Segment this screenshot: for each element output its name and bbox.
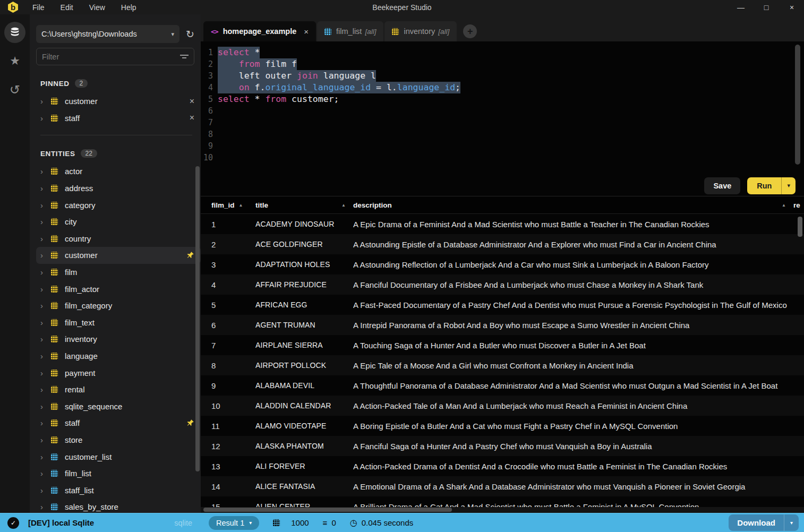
table-row[interactable]: 6AGENT TRUMANA Intrepid Panorama of a Ro… [201, 315, 804, 335]
table-row[interactable]: 13ALI FOREVERA Action-Packed Drama of a … [201, 456, 804, 476]
table-row[interactable]: 8AIRPORT POLLOCKA Epic Tale of a Moose A… [201, 355, 804, 375]
sql-editor[interactable]: 1select *2 from film f3 left outer join … [201, 41, 804, 175]
table-row[interactable]: 15ALIEN CENTERA Brilliant Drama of a Cat… [201, 496, 804, 507]
entity-item-actor[interactable]: ›actor [36, 163, 201, 180]
tab-inventory[interactable]: inventory[all] [384, 21, 457, 41]
tab-film_list[interactable]: film_list[all] [317, 21, 383, 41]
app-logo-icon: b [7, 2, 19, 13]
table-row[interactable]: 9ALABAMA DEVILA Thoughtful Panorama of a… [201, 375, 804, 396]
history-button[interactable]: ↺ [4, 79, 25, 100]
chevron-right-icon[interactable]: › [40, 251, 51, 260]
close-button[interactable]: × [787, 3, 797, 12]
minimize-button[interactable]: — [736, 3, 746, 12]
table-vertical-scrollbar[interactable] [798, 217, 802, 237]
chevron-right-icon[interactable]: › [40, 97, 51, 106]
table-row[interactable]: 5AFRICAN EGGA Fast-Paced Documentary of … [201, 295, 804, 315]
table-row[interactable]: 3ADAPTATION HOLESA Astounding Reflection… [201, 254, 804, 274]
chevron-right-icon[interactable]: › [40, 402, 51, 411]
chevron-right-icon[interactable]: › [40, 167, 51, 176]
entity-item-staff[interactable]: ›staff [36, 415, 201, 432]
table-row[interactable]: 1ACADEMY DINOSAURA Epic Drama of a Femin… [201, 214, 804, 234]
menu-item-file[interactable]: File [32, 3, 45, 12]
chevron-right-icon[interactable]: › [40, 114, 51, 123]
entity-item-sqlite_sequence[interactable]: ›sqlite_sequence [36, 398, 201, 415]
table-horizontal-scrollbar[interactable] [203, 508, 452, 512]
chevron-right-icon[interactable]: › [40, 502, 51, 511]
table-row[interactable]: 14ALICE FANTASIAA Emotional Drama of a A… [201, 476, 804, 496]
chevron-right-icon[interactable]: › [40, 318, 51, 327]
pinned-item-customer[interactable]: ›customer× [36, 93, 201, 110]
save-button[interactable]: Save [704, 177, 740, 194]
chevron-right-icon[interactable]: › [40, 486, 51, 495]
editor-scrollbar[interactable] [795, 45, 800, 165]
table-icon [51, 419, 58, 426]
chevron-right-icon[interactable]: › [40, 285, 51, 294]
sidebar-scrollbar[interactable] [195, 166, 200, 471]
entity-item-customer[interactable]: ›customer [36, 247, 201, 264]
entity-item-store[interactable]: ›store [36, 432, 201, 449]
refresh-icon[interactable]: ↻ [186, 28, 194, 40]
download-button[interactable]: Download [729, 514, 784, 531]
download-button-group: Download ▾ [729, 514, 799, 531]
editor-action-bar: Save Run ▾ [201, 175, 804, 196]
chevron-right-icon[interactable]: › [40, 385, 51, 394]
column-header-description[interactable]: description ▲ [353, 201, 793, 209]
database-selector[interactable]: C:\Users\ghstng\Downloads ▾ [36, 25, 179, 43]
entity-item-film_category[interactable]: ›film_category [36, 297, 201, 314]
run-button[interactable]: Run [747, 177, 781, 194]
chevron-right-icon[interactable]: › [40, 201, 51, 210]
entity-item-staff_list[interactable]: ›staff_list [36, 482, 201, 499]
entity-item-city[interactable]: ›city [36, 213, 201, 230]
run-options-caret[interactable]: ▾ [782, 177, 796, 194]
chevron-right-icon[interactable]: › [40, 469, 51, 478]
entity-item-sales_by_store[interactable]: ›sales_by_store [36, 499, 201, 513]
chevron-right-icon[interactable]: › [40, 351, 51, 361]
new-tab-button[interactable]: + [463, 24, 477, 38]
entity-item-film_actor[interactable]: ›film_actor [36, 280, 201, 297]
entity-item-country[interactable]: ›country [36, 230, 201, 247]
favorites-button[interactable]: ★ [4, 50, 25, 72]
chevron-right-icon[interactable]: › [40, 334, 51, 344]
close-tab-icon[interactable]: × [304, 27, 309, 36]
table-row[interactable]: 11ALAMO VIDEOTAPEA Boring Epistle of a B… [201, 416, 804, 436]
chevron-right-icon[interactable]: › [40, 217, 51, 226]
entity-item-film_list[interactable]: ›film_list [36, 465, 201, 482]
chevron-right-icon[interactable]: › [40, 418, 51, 427]
chevron-right-icon[interactable]: › [40, 368, 51, 377]
chevron-right-icon[interactable]: › [40, 452, 51, 461]
table-row[interactable]: 7AIRPLANE SIERRAA Touching Saga of a Hun… [201, 335, 804, 355]
unpin-close-icon[interactable]: × [190, 113, 194, 123]
chevron-right-icon[interactable]: › [40, 184, 51, 193]
table-row[interactable]: 10ALADDIN CALENDARA Action-Packed Tale o… [201, 396, 804, 416]
column-header-release-year[interactable]: re [793, 201, 804, 209]
result-selector-button[interactable]: Result 1 ▾ [209, 516, 259, 530]
chevron-right-icon[interactable]: › [40, 234, 51, 243]
menu-item-view[interactable]: View [89, 3, 105, 12]
column-header-film-id[interactable]: film_id ▲ [211, 201, 255, 209]
menu-item-edit[interactable]: Edit [61, 3, 73, 12]
menu-item-help[interactable]: Help [121, 3, 136, 12]
download-options-caret[interactable]: ▾ [784, 514, 799, 531]
entity-item-category[interactable]: ›category [36, 196, 201, 213]
entity-item-customer_list[interactable]: ›customer_list [36, 448, 201, 465]
chevron-right-icon[interactable]: › [40, 301, 51, 310]
table-row[interactable]: 12ALASKA PHANTOMA Fanciful Saga of a Hun… [201, 436, 804, 456]
entity-item-language[interactable]: ›language [36, 348, 201, 365]
entity-item-inventory[interactable]: ›inventory [36, 331, 201, 348]
database-panel-button[interactable] [4, 22, 25, 43]
pinned-item-staff[interactable]: ›staff× [36, 110, 201, 127]
maximize-button[interactable]: □ [762, 3, 771, 12]
table-row[interactable]: 4AFFAIR PREJUDICEA Fanciful Documentary … [201, 274, 804, 295]
table-row[interactable]: 2ACE GOLDFINGERA Astounding Epistle of a… [201, 234, 804, 254]
entity-item-payment[interactable]: ›payment [36, 364, 201, 381]
column-header-title[interactable]: title ▲ [255, 201, 353, 209]
entity-item-film_text[interactable]: ›film_text [36, 314, 201, 331]
entity-item-rental[interactable]: ›rental [36, 381, 201, 398]
entity-item-film[interactable]: ›film [36, 264, 201, 281]
chevron-right-icon[interactable]: › [40, 435, 51, 444]
filter-input[interactable] [42, 53, 180, 61]
chevron-right-icon[interactable]: › [40, 268, 51, 277]
tab-homepage_example[interactable]: <>homepage_example× [203, 21, 316, 41]
entity-item-address[interactable]: ›address [36, 180, 201, 197]
unpin-close-icon[interactable]: × [190, 97, 194, 106]
